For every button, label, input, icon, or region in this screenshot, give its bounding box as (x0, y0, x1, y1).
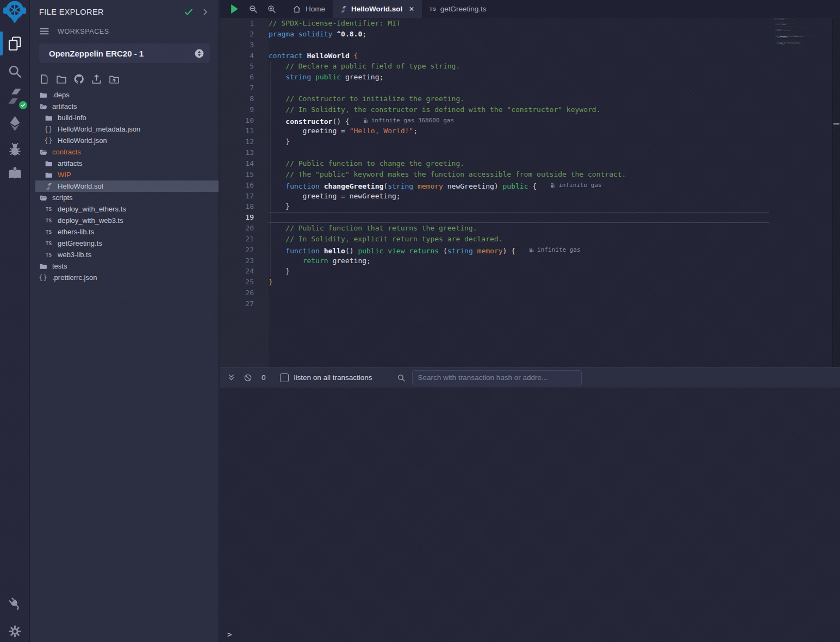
line-number[interactable]: 9 (220, 104, 269, 115)
upload-folder-icon[interactable] (108, 73, 120, 85)
tree-item-helloworld-metadata-json[interactable]: {}HelloWorld_metadata.json (30, 123, 219, 135)
line-number[interactable]: 21 (220, 234, 269, 245)
line-number[interactable]: 12 (220, 136, 269, 147)
tree-item-helloworld-sol[interactable]: HelloWorld.sol (30, 180, 219, 192)
code-line-16: 16 function changeGreeting(string memory… (220, 180, 840, 191)
tab-helloworld-sol[interactable]: HelloWorld.sol× (333, 0, 422, 18)
line-number[interactable]: 2 (220, 29, 269, 40)
tree-item-label: build-info (58, 114, 86, 122)
code-line-14: 14 // Public function to change the gree… (220, 158, 840, 169)
tab-label: Home (306, 5, 325, 13)
minimap[interactable]: 1// SPDX-License-Identifier: MIT2pragma … (774, 18, 823, 367)
line-number[interactable]: 26 (220, 288, 269, 298)
tree-item-artifacts[interactable]: artifacts (30, 101, 219, 112)
line-number[interactable]: 14 (220, 158, 269, 169)
tree-item--prettierrc-json[interactable]: {}.prettierrc.json (30, 272, 219, 283)
code-line-6: 6 string public greeting; (220, 72, 840, 83)
line-number[interactable]: 13 (220, 147, 269, 158)
tree-item-ethers-lib-ts[interactable]: TSethers-lib.ts (30, 226, 219, 238)
gas-estimate-annotation: infinite gas 368600 gas (363, 115, 454, 126)
line-number[interactable]: 22 (220, 245, 269, 255)
workspace-dropdown[interactable]: OpenZeppelin ERC20 - 1 (39, 43, 210, 63)
listen-transactions-checkbox[interactable] (280, 373, 289, 382)
line-number[interactable]: 5 (220, 61, 269, 72)
code-line-8: 8 // Constructor to initialize the greet… (220, 94, 840, 104)
solidity-file-icon (44, 183, 53, 190)
code-line-4: 4contract HelloWorld { (220, 51, 840, 61)
code-line-19: 19 (220, 212, 840, 223)
settings-icon[interactable] (0, 621, 29, 641)
terminal-output[interactable]: > (220, 388, 840, 642)
debugger-icon[interactable] (0, 139, 29, 160)
line-number[interactable]: 16 (220, 180, 269, 191)
line-number[interactable]: 23 (220, 255, 269, 266)
file-explorer-icon[interactable] (0, 33, 29, 54)
tree-item-helloworld-json[interactable]: {}HelloWorld.json (30, 135, 219, 146)
line-number[interactable]: 11 (220, 126, 269, 136)
tree-item-deploy-with-web3-ts[interactable]: TSdeploy_with_web3.ts (30, 215, 219, 226)
code-line-10: 10 constructor() {infinite gas 368600 ga… (220, 115, 840, 126)
editor-scrollbar[interactable] (832, 18, 840, 367)
plugin-manager-icon[interactable] (0, 594, 29, 613)
line-number[interactable]: 17 (220, 191, 269, 202)
tree-item-label: ethers-lib.ts (58, 228, 94, 236)
line-number[interactable]: 18 (220, 201, 269, 212)
folder-icon (44, 114, 53, 122)
line-number[interactable]: 4 (220, 51, 269, 61)
line-number[interactable]: 3 (220, 40, 269, 51)
zoom-out-icon[interactable] (248, 4, 258, 14)
tab-getgreeting-ts[interactable]: TSgetGreeting.ts (422, 0, 494, 18)
file-tree: .depsartifactsbuild-info{}HelloWorld_met… (30, 89, 219, 283)
line-number[interactable]: 1 (220, 18, 269, 29)
tree-item-tests[interactable]: tests (30, 260, 219, 272)
hamburger-menu-icon[interactable] (39, 26, 49, 36)
line-number[interactable]: 8 (220, 94, 269, 104)
tree-item-web3-lib-ts[interactable]: TSweb3-lib.ts (30, 249, 219, 260)
line-number[interactable]: 25 (220, 277, 269, 288)
tree-item-build-info[interactable]: build-info (30, 112, 219, 123)
line-number[interactable]: 10 (220, 115, 269, 126)
terminal-collapse-icon[interactable] (227, 373, 235, 382)
tree-item-scripts[interactable]: scripts (30, 192, 219, 203)
gas-pump-icon (528, 247, 534, 253)
line-number[interactable]: 27 (220, 298, 269, 309)
remix-logo-icon[interactable] (0, 1, 29, 23)
panel-title: FILE EXPLORER (39, 8, 176, 16)
check-icon (184, 7, 194, 17)
tab-label: HelloWorld.sol (351, 5, 402, 13)
learneth-icon[interactable] (0, 163, 29, 184)
new-folder-icon[interactable] (55, 73, 67, 85)
tree-item-label: artifacts (52, 102, 77, 110)
workspace-sort-icon (194, 48, 204, 59)
tree-item--deps[interactable]: .deps (30, 89, 219, 101)
run-script-button[interactable] (230, 4, 239, 14)
deploy-and-run-icon[interactable] (0, 113, 29, 134)
typescript-file-icon: TS (430, 6, 436, 12)
code-editor[interactable]: 1// SPDX-License-Identifier: MIT2pragma … (220, 18, 840, 367)
line-number[interactable]: 15 (220, 169, 269, 180)
tree-item-artifacts[interactable]: artifacts (30, 158, 219, 169)
tree-item-getgreeting-ts[interactable]: TSgetGreeting.ts (30, 238, 219, 249)
tree-item-wip[interactable]: WIP (30, 169, 219, 180)
upload-file-icon[interactable] (91, 73, 102, 85)
collapse-panel-chevron-icon[interactable] (201, 8, 209, 16)
clear-console-icon[interactable] (244, 373, 252, 382)
line-number[interactable]: 20 (220, 223, 269, 234)
close-tab-icon[interactable]: × (409, 5, 414, 14)
folder-icon (44, 171, 53, 179)
github-icon[interactable] (73, 73, 85, 85)
tree-item-contracts[interactable]: contracts (30, 146, 219, 158)
line-number[interactable]: 24 (220, 266, 269, 277)
tab-home[interactable]: Home (285, 0, 333, 18)
line-number[interactable]: 19 (220, 212, 269, 223)
tree-item-deploy-with-ethers-ts[interactable]: TSdeploy_with_ethers.ts (30, 203, 219, 215)
terminal-prompt: > (227, 630, 232, 639)
line-number[interactable]: 7 (220, 83, 269, 94)
search-icon[interactable] (0, 60, 29, 82)
terminal-search-input[interactable] (412, 370, 582, 385)
zoom-in-icon[interactable] (267, 4, 276, 14)
line-number[interactable]: 6 (220, 72, 269, 83)
new-file-icon[interactable] (39, 73, 49, 85)
solidity-compiler-icon[interactable] (0, 85, 29, 107)
code-line-24: 24 } (220, 266, 840, 277)
